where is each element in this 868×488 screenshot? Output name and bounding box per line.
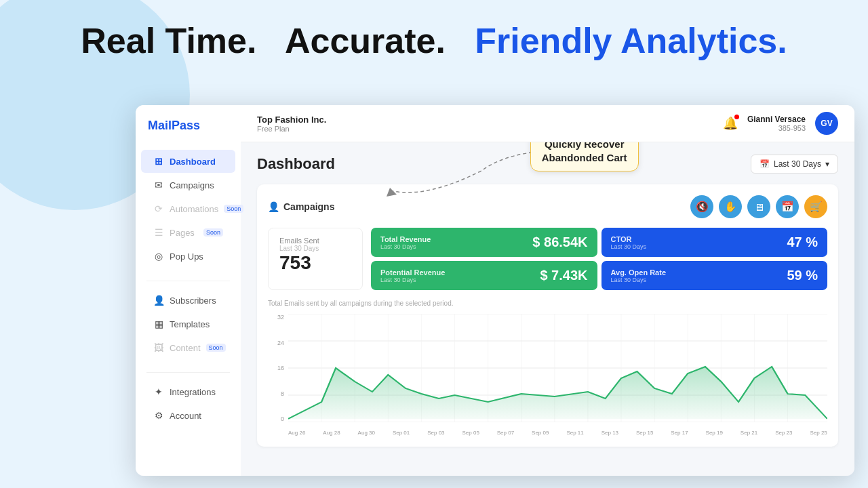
- sidebar-item-account[interactable]: ⚙ Account: [141, 404, 235, 427]
- x-label: Aug 30: [358, 430, 375, 436]
- logo-part1: Mail: [148, 119, 172, 132]
- tagline-part1: Real Time.: [81, 21, 256, 60]
- panel-title-label: Campaigns: [283, 201, 334, 212]
- soon-badge: Soon: [206, 344, 226, 352]
- panel-title: 👤 Campaigns: [268, 201, 334, 212]
- chart-area: 32 24 16 8 0: [268, 314, 827, 436]
- sidebar-item-pages[interactable]: ☰ Pages Soon: [141, 221, 235, 244]
- emails-sent-count: 753: [279, 252, 351, 274]
- sidebar-item-content[interactable]: 🖼 Content Soon: [141, 336, 235, 359]
- y-label-32: 32: [277, 314, 284, 321]
- sidebar-item-label: Pages: [170, 228, 195, 238]
- potential-revenue-sub: Last 30 Days: [380, 277, 445, 283]
- sidebar-item-popups[interactable]: ◎ Pop Ups: [141, 245, 235, 268]
- action-icons: 🔇 ✋ 🖥 📅 🛒: [690, 195, 827, 218]
- potential-revenue-value: $ 7.43K: [540, 268, 587, 283]
- x-label: Sep 21: [741, 430, 757, 436]
- sidebar-item-templates[interactable]: ▦ Templates: [141, 312, 235, 336]
- campaigns-icon: ✉: [153, 180, 164, 190]
- sidebar-item-label: Templates: [170, 319, 210, 329]
- person-icon: 👤: [268, 201, 279, 212]
- callout-tooltip: Quickly Recover Abandonded Cart: [530, 142, 639, 171]
- line-chart: [288, 314, 827, 422]
- metric-row-1: Total Revenue Last 30 Days $ 86.54K CTOR…: [371, 228, 827, 257]
- metric-row-2: Potential Revenue Last 30 Days $ 7.43K A…: [371, 261, 827, 290]
- y-label-0: 0: [281, 415, 284, 422]
- page-content: Dashboard 📅 Last 30 Days ▾ Quickly Recov…: [241, 142, 854, 476]
- tagline-part3: Friendly Analytics.: [475, 21, 787, 60]
- potential-revenue-card: Potential Revenue Last 30 Days $ 7.43K: [371, 261, 597, 290]
- x-label: Sep 05: [462, 430, 479, 436]
- sidebar-item-campaigns[interactable]: ✉ Campaigns: [141, 174, 235, 197]
- sidebar-item-subscribers[interactable]: 👤 Subscribers: [141, 289, 235, 312]
- company-name: Top Fashion Inc.: [257, 115, 326, 125]
- panel-header: 👤 Campaigns 🔇 ✋ 🖥 📅 🛒: [268, 195, 827, 218]
- sidebar-item-automations[interactable]: ⟳ Automations Soon: [141, 197, 235, 220]
- user-id: 385-953: [747, 124, 806, 132]
- sidebar-item-label: Pop Ups: [170, 251, 203, 262]
- ctor-value: 47 %: [787, 235, 818, 250]
- sidebar-item-label: Content: [170, 343, 201, 353]
- total-revenue-card: Total Revenue Last 30 Days $ 86.54K: [371, 228, 597, 257]
- tagline-part2: Accurate.: [285, 21, 446, 60]
- total-revenue-value: $ 86.54K: [532, 235, 587, 250]
- action-btn-cart[interactable]: 🛒: [804, 195, 827, 218]
- x-label: Sep 23: [775, 430, 792, 436]
- emails-sent-label: Emails Sent: [279, 237, 351, 245]
- campaigns-panel: Quickly Recover Abandonded Cart 👤 Campai…: [257, 184, 838, 447]
- integrations-icon: ✦: [153, 386, 164, 397]
- sidebar-item-label: Campaigns: [170, 180, 214, 190]
- calendar-icon: 📅: [760, 159, 770, 169]
- nav-group-settings: ✦ Integrations ⚙ Account: [136, 380, 241, 428]
- sidebar-item-label: Automations: [170, 204, 218, 214]
- callout-line2: Abandonded Cart: [542, 152, 627, 163]
- y-axis-labels: 32 24 16 8 0: [268, 314, 287, 422]
- account-icon: ⚙: [153, 410, 164, 421]
- sidebar-item-label: Subscribers: [170, 296, 216, 306]
- x-axis-labels: Aug 26 Aug 28 Aug 30 Sep 01 Sep 03 Sep 0…: [288, 430, 827, 436]
- avg-open-rate-card: Avg. Open Rate Last 30 Days 59 %: [601, 261, 828, 290]
- x-label: Aug 26: [288, 430, 305, 436]
- x-label: Sep 19: [706, 430, 723, 436]
- user-avatar[interactable]: GV: [815, 112, 838, 135]
- potential-revenue-label: Potential Revenue: [380, 268, 445, 277]
- content-icon: 🖼: [153, 342, 164, 353]
- x-label: Sep 07: [497, 430, 514, 436]
- y-label-24: 24: [277, 340, 284, 346]
- tagline: Real Time. Accurate. Friendly Analytics.: [0, 20, 868, 61]
- action-btn-screen[interactable]: 🖥: [747, 195, 770, 218]
- logo-part2: Pass: [172, 119, 200, 132]
- plan-label: Free Plan: [257, 125, 326, 133]
- date-picker[interactable]: 📅 Last 30 Days ▾: [751, 155, 838, 174]
- chevron-down-icon: ▾: [825, 159, 829, 169]
- sidebar-item-dashboard[interactable]: ⊞ Dashboard: [141, 150, 235, 173]
- bell-button[interactable]: 🔔: [723, 116, 738, 131]
- nav-group-content: 👤 Subscribers ▦ Templates 🖼 Content Soon: [136, 288, 241, 360]
- page-title: Dashboard: [257, 155, 335, 173]
- ctor-sub: Last 30 Days: [611, 243, 647, 250]
- ctor-label: CTOR: [611, 235, 647, 243]
- sidebar-logo: MailPass: [136, 119, 241, 149]
- action-btn-hand[interactable]: ✋: [719, 195, 742, 218]
- total-revenue-sub: Last 30 Days: [380, 243, 431, 250]
- x-label: Sep 17: [671, 430, 688, 436]
- nav-divider-2: [146, 372, 230, 373]
- subscribers-icon: 👤: [153, 295, 164, 306]
- soon-badge: Soon: [224, 205, 243, 213]
- emails-sent-box: Emails Sent Last 30 Days 753: [268, 228, 363, 290]
- avg-open-rate-value: 59 %: [787, 268, 818, 283]
- user-area: 🔔 Gianni Versace 385-953 GV: [723, 112, 838, 135]
- y-label-8: 8: [281, 390, 284, 397]
- note-text: Total Emails sent by all campaigns durin…: [268, 300, 827, 307]
- nav-divider-1: [146, 281, 230, 281]
- top-bar: Top Fashion Inc. Free Plan 🔔 Gianni Vers…: [241, 105, 854, 142]
- action-btn-mute[interactable]: 🔇: [690, 195, 713, 218]
- popups-icon: ◎: [153, 251, 164, 262]
- sidebar-item-integrations[interactable]: ✦ Integrations: [141, 380, 235, 403]
- x-label: Sep 03: [427, 430, 444, 436]
- templates-icon: ▦: [153, 319, 164, 329]
- dashboard-icon: ⊞: [153, 156, 164, 167]
- app-window: MailPass ⊞ Dashboard ✉ Campaigns ⟳ Autom…: [136, 105, 854, 476]
- ctor-card: CTOR Last 30 Days 47 %: [601, 228, 828, 257]
- action-btn-calendar[interactable]: 📅: [776, 195, 799, 218]
